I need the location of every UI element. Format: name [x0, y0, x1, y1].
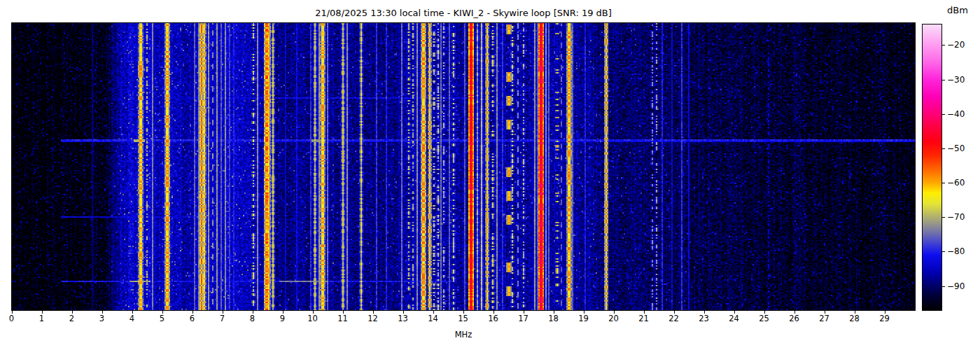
colorbar-tick	[942, 80, 945, 80]
colorbar-tick-label: −50	[947, 144, 965, 153]
x-tick-label: 27	[819, 314, 830, 323]
x-tick-label: 10	[307, 314, 318, 323]
colorbar-tick-label: −20	[947, 40, 965, 50]
colorbar-tick	[942, 45, 945, 46]
x-tick-label: 3	[99, 314, 104, 323]
x-tick-label: 22	[668, 314, 679, 323]
colorbar-tick	[942, 286, 945, 287]
colorbar-tick-label: −80	[947, 246, 965, 256]
colorbar-tick-label: −90	[947, 281, 965, 290]
colorbar-tick	[942, 183, 945, 183]
x-tick-label: 15	[458, 314, 468, 323]
x-tick-label: 28	[849, 314, 860, 323]
x-tick-label: 29	[879, 314, 890, 323]
x-tick-label: 1	[39, 314, 44, 323]
x-tick-label: 4	[130, 314, 134, 323]
x-tick-label: 24	[729, 314, 739, 323]
x-tick-label: 8	[250, 314, 255, 323]
spectrogram-plot-area	[11, 22, 916, 311]
x-tick-label: 11	[337, 314, 348, 323]
colorbar-tick	[942, 217, 945, 218]
colorbar	[922, 24, 942, 311]
x-tick-label: 19	[578, 314, 589, 323]
x-axis-label: MHz	[11, 330, 916, 340]
colorbar-tick-label: −70	[947, 212, 965, 222]
colorbar-tick	[942, 114, 945, 115]
colorbar-tick-label: −30	[947, 74, 965, 84]
x-tick-label: 20	[608, 314, 619, 323]
x-tick-label: 25	[759, 314, 769, 323]
x-tick-label: 16	[488, 314, 498, 323]
x-tick-label: 13	[398, 314, 408, 323]
x-tick-label: 2	[69, 314, 74, 323]
x-tick-label: 18	[548, 314, 559, 323]
colorbar-tick-label: −40	[947, 109, 965, 119]
x-tick-label: 17	[518, 314, 528, 323]
x-tick-label: 23	[699, 314, 709, 323]
x-tick-label: 0	[9, 314, 14, 323]
colorbar-tick	[942, 251, 945, 252]
x-tick-label: 7	[220, 314, 225, 323]
colorbar-tick-label: −60	[947, 178, 965, 188]
spectrogram-figure: 21/08/2025 13:30 local time - KIWI_2 - S…	[0, 0, 980, 350]
colorbar-gradient	[923, 24, 941, 310]
x-tick-label: 26	[789, 314, 799, 323]
x-tick-label: 9	[280, 314, 285, 323]
x-tick-label: 12	[368, 314, 378, 323]
x-tick-label: 6	[190, 314, 195, 323]
colorbar-label: dBm	[939, 5, 976, 15]
spectrogram-canvas	[12, 23, 915, 310]
x-tick-label: 14	[428, 314, 438, 323]
chart-title: 21/08/2025 13:30 local time - KIWI_2 - S…	[12, 8, 915, 18]
colorbar-tick	[942, 148, 945, 149]
x-tick-label: 5	[160, 314, 164, 323]
x-tick-label: 21	[638, 314, 649, 323]
